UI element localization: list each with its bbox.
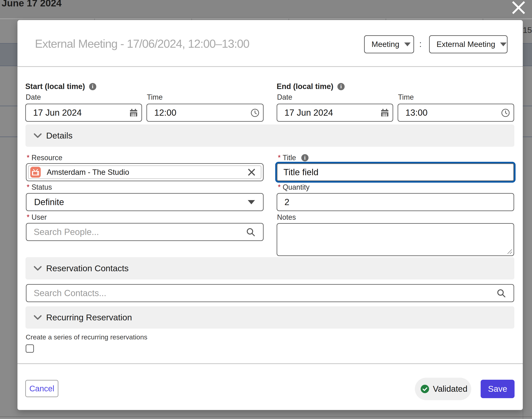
start-date-input[interactable] [25,104,142,122]
user-search-input[interactable] [26,223,264,241]
quantity-input[interactable] [277,193,514,211]
recurring-section-title: Recurring Reservation [46,313,132,322]
status-label: * Status [27,183,52,191]
footer-divider [17,363,523,364]
info-icon[interactable]: i [89,83,96,90]
notes-label: Notes [277,213,296,222]
end-label-text: End (local time) [277,82,333,91]
details-section-header[interactable]: Details [26,124,514,147]
user-label-text: User [31,213,47,222]
type-separator: : [419,39,422,49]
start-section-label: Start (local time) i [25,82,96,91]
type-select-value: Meeting [371,40,399,49]
clear-icon[interactable] [247,168,256,177]
caret-down-icon [248,200,255,204]
chevron-down-icon [34,266,42,271]
reservation-dialog: External Meeting - 17/06/2024, 12:00–13:… [17,20,523,410]
start-time-label: Time [147,93,163,102]
title-input[interactable] [277,163,514,181]
info-icon[interactable]: i [301,154,309,161]
contacts-search-input[interactable] [26,284,514,302]
recurring-checkbox[interactable] [26,344,34,353]
chevron-down-icon [34,133,42,138]
contacts-section-header[interactable]: Reservation Contacts [26,257,514,279]
cancel-button[interactable]: Cancel [25,380,58,397]
tv-icon [30,167,41,178]
validated-badge: Validated [415,378,471,400]
resource-combobox[interactable]: Amsterdam - The Studio [26,163,264,181]
required-marker: * [278,154,281,162]
calendar-header-line [0,18,532,19]
header-divider [17,66,523,67]
required-marker: * [278,183,281,191]
start-time-input[interactable] [146,104,264,122]
calendar-header-band [0,0,532,18]
required-marker: * [27,213,29,222]
caret-down-icon [404,42,411,46]
resource-label-text: Resource [31,154,62,162]
save-button[interactable]: Save [481,380,515,398]
status-select[interactable]: Definite [26,193,264,211]
check-circle-icon [421,384,429,393]
end-date-label: Date [277,93,292,102]
title-label: * Title i [278,154,309,162]
required-marker: * [27,183,29,191]
calendar-day-number: 15 [523,26,532,34]
title-input-focus-ring [275,162,516,183]
start-label-text: Start (local time) [25,82,85,91]
subtype-select[interactable]: External Meeting [429,35,507,53]
calendar-column-line [523,410,523,419]
resource-label: * Resource [27,154,62,162]
quantity-label: * Quantity [278,183,310,191]
caret-down-icon [500,42,506,46]
subtype-select-value: External Meeting [437,40,495,49]
validated-text: Validated [433,384,467,394]
title-label-text: Title [283,154,296,162]
user-label: * User [27,213,47,222]
status-value: Definite [34,197,64,207]
status-label-text: Status [31,183,52,191]
recurring-checkbox-label: Create a series of recurring reservation… [26,333,148,341]
required-marker: * [27,154,29,162]
end-date-input[interactable] [277,104,393,122]
contacts-section-title: Reservation Contacts [46,263,129,273]
end-section-label: End (local time) i [277,82,345,91]
end-time-label: Time [398,93,414,102]
dialog-title-placeholder[interactable]: External Meeting - 17/06/2024, 12:00–13:… [35,37,336,50]
chevron-down-icon [34,315,42,320]
recurring-section-header[interactable]: Recurring Reservation [26,306,514,328]
start-date-label: Date [26,93,41,102]
notes-textarea[interactable] [277,223,514,256]
type-select[interactable]: Meeting [364,35,414,53]
calendar-bottom-strip [0,417,532,419]
resource-value: Amsterdam - The Studio [47,168,247,177]
quantity-label-text: Quantity [283,183,310,191]
end-time-input[interactable] [398,104,514,122]
info-icon[interactable]: i [337,83,345,90]
page: June 17 2024 15 External Meeting - 17/06… [0,0,532,419]
resource-inner: Amsterdam - The Studio [28,165,261,179]
close-icon[interactable] [511,0,526,15]
details-section-title: Details [46,131,72,141]
